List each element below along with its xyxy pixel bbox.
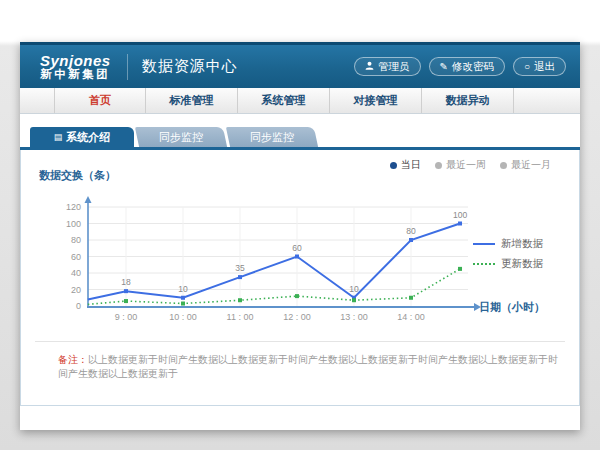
svg-text:100: 100 <box>453 210 467 220</box>
radio-last-week-dot <box>435 162 442 169</box>
svg-text:20: 20 <box>71 285 81 295</box>
desktop-background: Synjones 新中新集团 数据资源中心 管理员 ✎ 修改密码 ○ <box>0 0 600 450</box>
legend-new-data[interactable]: 新增数据 <box>473 234 561 254</box>
svg-text:14 : 00: 14 : 00 <box>397 312 425 322</box>
svg-text:10: 10 <box>178 284 188 294</box>
edit-icon: ✎ <box>440 62 448 72</box>
legend-update-data-label: 更新数据 <box>501 257 543 271</box>
change-password-button[interactable]: ✎ 修改密码 <box>429 57 505 76</box>
nav-item-data-change[interactable]: 数据异动 <box>422 88 514 113</box>
svg-text:100: 100 <box>66 219 81 229</box>
radio-last-month-label: 最近一月 <box>511 158 551 172</box>
change-password-label: 修改密码 <box>452 60 494 74</box>
tab-system-intro[interactable]: ▤ 系统介绍 <box>30 127 134 147</box>
svg-text:80: 80 <box>406 226 416 236</box>
radio-last-week[interactable]: 最近一周 <box>435 158 486 172</box>
svg-text:80: 80 <box>71 235 81 245</box>
radio-today-dot <box>390 162 397 169</box>
nav-item-system-mgmt[interactable]: 系统管理 <box>238 88 330 113</box>
time-range-filter: 当日 最近一周 最近一月 <box>390 158 551 172</box>
admin-user-label: 管理员 <box>378 60 410 74</box>
y-axis-title: 数据交换（条） <box>39 168 116 183</box>
app-header: Synjones 新中新集团 数据资源中心 管理员 ✎ 修改密码 ○ <box>20 42 580 88</box>
radio-today[interactable]: 当日 <box>390 158 421 172</box>
svg-text:10: 10 <box>349 284 359 294</box>
radio-last-month-dot <box>500 162 507 169</box>
logout-button[interactable]: ○ 退出 <box>513 57 566 76</box>
series-legend: 新增数据 更新数据 <box>473 234 561 274</box>
logout-label: 退出 <box>534 60 555 74</box>
svg-text:18: 18 <box>121 277 131 287</box>
user-icon <box>365 61 374 72</box>
svg-text:40: 40 <box>71 268 81 278</box>
svg-text:10 : 00: 10 : 00 <box>169 312 197 322</box>
nav-item-standard-mgmt[interactable]: 标准管理 <box>146 88 238 113</box>
svg-text:9 : 00: 9 : 00 <box>115 312 138 322</box>
svg-text:0: 0 <box>76 301 81 311</box>
legend-new-data-line-swatch <box>473 243 495 245</box>
note-divider <box>35 341 565 342</box>
legend-update-data[interactable]: 更新数据 <box>473 254 561 274</box>
footer-note: 备注：以上数据更新于时间产生数据以上数据更新于时间产生数据以上数据更新于时间产生… <box>58 353 559 381</box>
radio-today-label: 当日 <box>401 158 421 172</box>
radio-last-month[interactable]: 最近一月 <box>500 158 551 172</box>
header-divider <box>127 54 128 80</box>
admin-user-button[interactable]: 管理员 <box>354 57 421 76</box>
nav-item-home[interactable]: 首页 <box>54 88 146 113</box>
svg-text:60: 60 <box>292 243 302 253</box>
svg-text:60: 60 <box>71 252 81 262</box>
app-title: 数据资源中心 <box>142 57 238 76</box>
power-icon: ○ <box>524 62 530 72</box>
nav-item-interface-mgmt[interactable]: 对接管理 <box>330 88 422 113</box>
svg-text:13 : 00: 13 : 00 <box>340 312 368 322</box>
tab-sync-monitor-1[interactable]: 同步监控 <box>135 127 227 147</box>
tab-strip: ▤ 系统介绍 同步监控 同步监控 <box>20 127 580 147</box>
tab-sync-monitor-2[interactable]: 同步监控 <box>226 127 318 147</box>
svg-text:120: 120 <box>66 202 81 212</box>
tab-sync-monitor-2-label: 同步监控 <box>250 130 294 145</box>
svg-text:35: 35 <box>235 263 245 273</box>
tab-sync-monitor-1-label: 同步监控 <box>159 130 203 145</box>
header-actions: 管理员 ✎ 修改密码 ○ 退出 <box>354 57 566 76</box>
svg-text:12 : 00: 12 : 00 <box>283 312 311 322</box>
logo-text-cn: 新中新集团 <box>40 68 111 80</box>
radio-last-week-label: 最近一周 <box>446 158 486 172</box>
company-logo: Synjones 新中新集团 <box>40 53 111 81</box>
svg-text:11 : 00: 11 : 00 <box>227 312 254 322</box>
document-icon: ▤ <box>54 133 63 142</box>
main-nav: 首页 标准管理 系统管理 对接管理 数据异动 <box>20 88 580 114</box>
legend-new-data-label: 新增数据 <box>501 237 543 251</box>
logo-text-en: Synjones <box>40 53 111 69</box>
tab-system-intro-label: 系统介绍 <box>66 130 110 145</box>
note-prefix: 备注： <box>58 354 88 365</box>
content-panel: 当日 最近一周 最近一月 数据交换（条） 0204060801001209 : … <box>20 150 580 406</box>
app-window: Synjones 新中新集团 数据资源中心 管理员 ✎ 修改密码 ○ <box>20 42 580 430</box>
x-axis-title: 日期（小时） <box>479 300 545 315</box>
legend-update-data-line-swatch <box>473 263 495 265</box>
note-text: 以上数据更新于时间产生数据以上数据更新于时间产生数据以上数据更新于时间产生数据以… <box>58 354 558 379</box>
